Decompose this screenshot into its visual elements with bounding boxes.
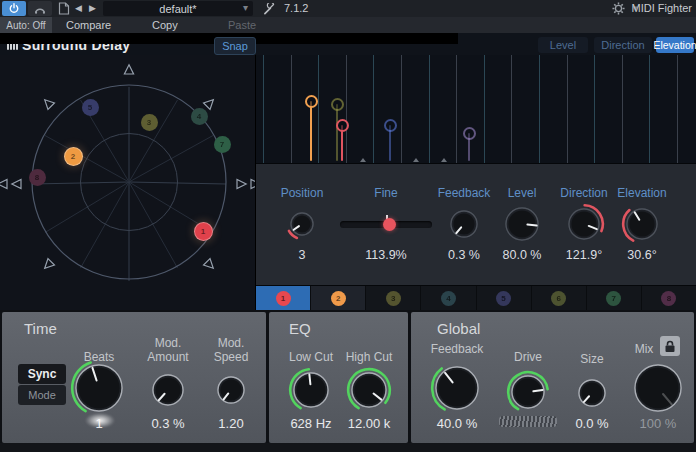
tap-grid-line — [456, 55, 457, 163]
lock-icon — [664, 340, 676, 353]
tap-grid-line — [318, 55, 319, 163]
sync-button-label: Sync — [28, 367, 57, 381]
tap-grid-line — [567, 55, 568, 163]
tap-tab-number: 4 — [441, 291, 456, 306]
tap-grid-line — [346, 55, 347, 163]
bottom-section: Time Sync Mode Beats 1 Mod. Amount 0.3 %… — [0, 310, 696, 452]
tap-lollipop-handle[interactable] — [331, 98, 344, 111]
tap-parameter-row: Position 3 Fine 113.9% Feedback 0.3 % Le… — [256, 163, 696, 285]
global-feedback-knob[interactable] — [430, 361, 484, 415]
tap-tab-number: 1 — [276, 291, 291, 306]
beats-knob[interactable] — [70, 359, 128, 417]
high-cut-value[interactable]: 12.00 k — [329, 416, 409, 431]
global-feedback-value[interactable]: 40.0 % — [417, 416, 497, 431]
tap-lollipop-stem[interactable] — [336, 104, 338, 161]
version-label: 7.1.2 — [284, 2, 308, 14]
tap-tab-5[interactable]: 5 — [477, 286, 532, 310]
beats-column: Beats 1 — [59, 312, 139, 443]
tap-lollipop-stem[interactable] — [310, 101, 312, 161]
tap-feedback-knob[interactable] — [445, 205, 483, 243]
mod-speed-knob[interactable] — [212, 371, 250, 409]
panner-dots-layer: 1234578 — [0, 55, 255, 310]
tap-level-knob[interactable] — [500, 202, 544, 246]
global-feedback-column: Feedback 40.0 % — [417, 312, 497, 443]
tap-grid-line — [291, 55, 292, 163]
paste-button[interactable]: Paste — [228, 19, 256, 31]
preset-selector[interactable]: default* ▾ — [103, 1, 253, 16]
gear-icon[interactable] — [612, 2, 625, 15]
tap-direction-knob[interactable] — [563, 203, 605, 245]
compare-button[interactable]: Compare — [66, 19, 111, 31]
param-elevation: Elevation 30.6° — [600, 164, 684, 286]
automation-mode-button[interactable]: Auto: Off — [0, 17, 52, 33]
midi-device-label[interactable]: MIDI Fighter — [631, 2, 692, 14]
panner-tap-dot-8[interactable]: 8 — [29, 169, 46, 186]
tap-tab-number: 5 — [496, 291, 511, 306]
global-panel: Global Feedback 40.0 % Drive Size 0.0 % … — [411, 312, 694, 443]
high-cut-knob[interactable] — [346, 367, 392, 413]
tap-tab-7[interactable]: 7 — [587, 286, 642, 310]
panner-tap-dot-7[interactable]: 7 — [214, 136, 231, 153]
mod-speed-column: Mod. Speed 1.20 — [191, 312, 271, 443]
tap-tab-4[interactable]: 4 — [421, 286, 476, 310]
tap-elevation-display[interactable] — [256, 55, 696, 163]
tap-tab-6[interactable]: 6 — [532, 286, 587, 310]
mode-button-label: Mode — [28, 389, 56, 401]
panner-tap-dot-5[interactable]: 5 — [82, 99, 99, 116]
tap-floor-marker[interactable] — [441, 158, 447, 162]
tap-dot-number: 3 — [147, 118, 151, 127]
tap-lollipop-handle[interactable] — [384, 119, 397, 132]
view-button-elevation[interactable]: Elevation — [656, 37, 694, 53]
low-cut-knob[interactable] — [288, 367, 334, 413]
size-knob[interactable] — [573, 374, 611, 412]
mix-column: Mix 100 % — [618, 312, 696, 443]
panner-tap-dot-3[interactable]: 3 — [141, 114, 158, 131]
snap-button[interactable]: Snap — [214, 37, 256, 55]
view-button-direction[interactable]: Direction — [594, 37, 652, 53]
tap-elevation-knob[interactable] — [621, 203, 663, 245]
tap-tab-number: 6 — [551, 291, 566, 306]
preset-file-icon[interactable] — [58, 2, 70, 15]
tap-grid-line — [511, 55, 512, 163]
fine-slider[interactable] — [340, 217, 432, 231]
global-feedback-label: Feedback — [417, 342, 497, 356]
tap-lollipop-handle[interactable] — [336, 119, 349, 132]
tap-grid-line — [539, 55, 540, 163]
listen-button[interactable] — [28, 1, 52, 16]
tap-grid-line — [622, 55, 623, 163]
mod-speed-value[interactable]: 1.20 — [191, 416, 271, 431]
drive-knob[interactable] — [506, 370, 550, 414]
mod-amount-knob[interactable] — [147, 369, 189, 411]
copy-button[interactable]: Copy — [152, 19, 178, 31]
prev-preset-button[interactable]: ◀ — [75, 3, 82, 13]
mix-lock-button[interactable] — [660, 336, 680, 356]
plugin-toolbar-row2: Auto: Off Compare Copy Paste — [0, 17, 696, 33]
tap-tab-2[interactable]: 2 — [311, 286, 366, 310]
tap-grid-line — [429, 55, 430, 163]
tap-lollipop-handle[interactable] — [305, 95, 318, 108]
param-value-elevation[interactable]: 30.6° — [600, 248, 684, 262]
mix-knob[interactable] — [629, 359, 687, 417]
next-preset-button[interactable]: ▶ — [89, 3, 96, 13]
view-button-level[interactable]: Level — [538, 37, 588, 53]
panner-tap-dot-4[interactable]: 4 — [191, 108, 208, 125]
power-button[interactable] — [2, 1, 26, 16]
wrench-icon[interactable] — [263, 3, 276, 15]
chevron-down-icon: ▾ — [243, 2, 248, 13]
panner-tap-dot-1[interactable]: 1 — [194, 222, 213, 241]
tap-lollipop-handle[interactable] — [463, 127, 476, 140]
tap-tab-8[interactable]: 8 — [642, 286, 696, 310]
position-knob[interactable] — [285, 207, 319, 241]
surround-panner[interactable]: 1234578 — [0, 55, 255, 310]
panner-tap-dot-2[interactable]: 2 — [64, 147, 83, 166]
tap-tab-3[interactable]: 3 — [366, 286, 421, 310]
tap-tab-1[interactable]: 1 — [256, 286, 311, 310]
time-panel-title: Time — [24, 320, 57, 337]
fine-slider-handle[interactable] — [383, 218, 396, 231]
param-label-elevation: Elevation — [600, 186, 684, 200]
tap-grid-line — [484, 55, 485, 163]
tap-floor-marker[interactable] — [360, 158, 366, 162]
mix-value[interactable]: 100 % — [618, 416, 696, 431]
tap-floor-marker[interactable] — [413, 158, 419, 162]
beats-value[interactable]: 1 — [59, 416, 139, 431]
